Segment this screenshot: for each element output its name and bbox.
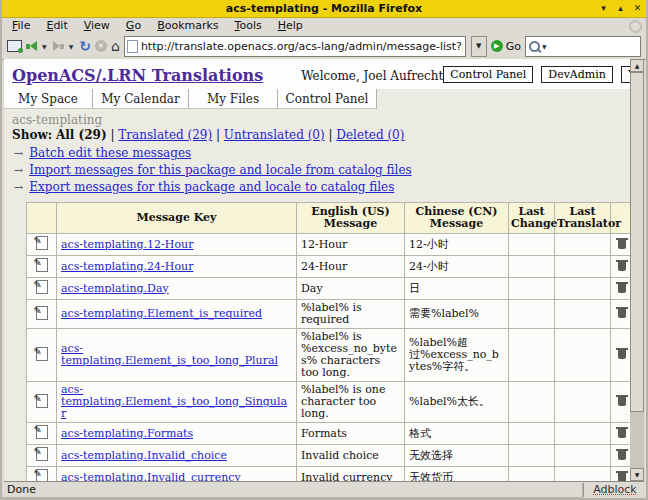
package-name: acs-templating	[12, 113, 624, 127]
titlebar[interactable]: acs-templating - Mozilla Firefox ▾ ▴ ✕	[2, 0, 646, 18]
menu-bookmarks[interactable]: Bookmarks	[149, 18, 226, 33]
edit-icon[interactable]	[36, 425, 48, 439]
chinese-message: 无效选择	[405, 445, 509, 467]
maximize-icon[interactable]: ▴	[614, 1, 627, 15]
edit-icon[interactable]	[36, 258, 48, 272]
last-change	[509, 467, 555, 482]
home-icon[interactable]: ⌂	[111, 39, 120, 53]
action-link[interactable]: Batch edit these messages	[29, 146, 191, 160]
edit-icon[interactable]	[36, 306, 48, 320]
window-icon[interactable]	[7, 40, 22, 52]
message-key-link[interactable]: acs-templating.Element_is_too_long_Singu…	[61, 383, 287, 420]
menu-file[interactable]: File	[4, 18, 38, 33]
english-message: %label% is %excess_no_bytes% characters …	[297, 329, 405, 382]
tab-my-space[interactable]: My Space	[4, 89, 93, 109]
menu-help[interactable]: Help	[270, 18, 311, 33]
message-key-link[interactable]: acs-templating.Invalid_currency	[61, 471, 241, 482]
edit-icon[interactable]	[36, 394, 48, 408]
page-header: OpenACS/.LRN Translations Welcome, Joel …	[4, 59, 630, 89]
header-button-control-panel[interactable]: Control Panel	[443, 66, 533, 83]
tab-control-panel[interactable]: Control Panel	[278, 89, 377, 109]
tabs-row: My SpaceMy CalendarMy FilesControl Panel	[4, 89, 630, 109]
scrollbar-thumb[interactable]	[630, 72, 644, 412]
search-input[interactable]	[549, 38, 637, 55]
edit-icon[interactable]	[36, 236, 48, 250]
adblock-button[interactable]: Adblock	[583, 483, 646, 497]
message-key-link[interactable]: acs-templating.Invalid_choice	[61, 449, 227, 462]
delete-icon[interactable]	[618, 309, 626, 318]
edit-icon[interactable]	[36, 469, 48, 481]
delete-icon[interactable]	[618, 284, 626, 293]
menu-tools[interactable]: Tools	[227, 18, 270, 33]
table-body: acs-templating.12-Hour12-Hour12-小时acs-te…	[27, 234, 631, 482]
filter-untranslated[interactable]: Untranslated (0)	[224, 128, 325, 142]
action-item: →Import messages for this package and lo…	[12, 162, 624, 179]
scroll-down-icon[interactable]: ▼	[630, 468, 644, 481]
url-input[interactable]	[141, 40, 463, 53]
col-header-chinese-cn-message: Chinese (CN) Message	[405, 203, 509, 234]
english-message: Invalid choice	[297, 445, 405, 467]
last-change	[509, 382, 555, 423]
last-change	[509, 256, 555, 278]
chinese-message: 需要%label%	[405, 300, 509, 329]
scroll-up-icon[interactable]: ▲	[630, 59, 644, 72]
stop-icon[interactable]: ✕	[95, 40, 107, 52]
filter-deleted[interactable]: Deleted (0)	[336, 128, 404, 142]
menubar: FileEditViewGoBookmarksToolsHelp	[2, 18, 646, 33]
header-button-devadmin[interactable]: DevAdmin	[541, 66, 613, 83]
tab-my-files[interactable]: My Files	[189, 89, 278, 109]
reload-icon[interactable]: ↻	[79, 39, 91, 53]
delete-icon[interactable]	[618, 429, 626, 438]
back-button[interactable]	[26, 41, 37, 51]
action-link[interactable]: Import messages for this package and loc…	[29, 163, 411, 177]
table-row: acs-templating.12-Hour12-Hour12-小时	[27, 234, 631, 256]
last-change	[509, 300, 555, 329]
chinese-message: 日	[405, 278, 509, 300]
header-button-your-account[interactable]: Your Account	[621, 66, 630, 83]
close-icon[interactable]: ✕	[631, 1, 644, 15]
table-row: acs-templating.Invalid_choiceInvalid cho…	[27, 445, 631, 467]
last-translator	[555, 423, 611, 445]
message-key-link[interactable]: acs-templating.12-Hour	[61, 238, 193, 251]
delete-icon[interactable]	[618, 240, 626, 249]
message-key-link[interactable]: acs-templating.Element_is_required	[61, 307, 262, 320]
browser-viewport: OpenACS/.LRN Translations Welcome, Joel …	[4, 59, 644, 482]
delete-icon[interactable]	[618, 350, 626, 359]
menu-edit[interactable]: Edit	[38, 18, 75, 33]
arrow-right-icon: →	[14, 181, 23, 194]
back-dropdown-icon[interactable]: ▼	[42, 43, 47, 50]
action-item: →Export messages for this package and lo…	[12, 179, 624, 196]
go-button[interactable]: ▶ Go	[491, 40, 521, 53]
edit-icon[interactable]	[36, 347, 48, 361]
forward-dropdown-icon[interactable]: ▼	[69, 43, 74, 50]
filter-translated[interactable]: Translated (29)	[118, 128, 212, 142]
last-translator	[555, 382, 611, 423]
url-dropdown-icon[interactable]: ▼	[471, 36, 487, 57]
minimize-icon[interactable]: ▾	[597, 1, 610, 15]
tab-my-calendar[interactable]: My Calendar	[93, 89, 189, 109]
edit-icon[interactable]	[36, 280, 48, 294]
table-row: acs-templating.24-Hour24-Hour24-小时	[27, 256, 631, 278]
english-message: 24-Hour	[297, 256, 405, 278]
delete-icon[interactable]	[618, 397, 626, 406]
menu-go[interactable]: Go	[118, 18, 149, 33]
delete-icon[interactable]	[618, 451, 626, 460]
page-icon	[127, 40, 138, 53]
action-link[interactable]: Export messages for this package and loc…	[29, 180, 394, 194]
delete-icon[interactable]	[618, 262, 626, 271]
edit-icon[interactable]	[36, 447, 48, 461]
site-title-link[interactable]: OpenACS/.LRN Translations	[12, 66, 263, 85]
message-key-link[interactable]: acs-templating.Formats	[61, 427, 193, 440]
delete-icon[interactable]	[618, 473, 626, 482]
message-key-link[interactable]: acs-templating.Element_is_too_long_Plura…	[61, 342, 278, 367]
throbber-icon	[629, 20, 642, 33]
message-key-link[interactable]: acs-templating.24-Hour	[61, 260, 193, 273]
vertical-scrollbar[interactable]: ▲ ▼	[630, 59, 644, 481]
forward-button[interactable]	[53, 41, 64, 51]
browser-window: acs-templating - Mozilla Firefox ▾ ▴ ✕ F…	[0, 0, 648, 500]
english-message: %label% is required	[297, 300, 405, 329]
message-key-link[interactable]: acs-templating.Day	[61, 282, 169, 295]
menu-view[interactable]: View	[76, 18, 118, 33]
last-translator	[555, 329, 611, 382]
search-dropdown-icon[interactable]: ▼	[542, 43, 547, 50]
